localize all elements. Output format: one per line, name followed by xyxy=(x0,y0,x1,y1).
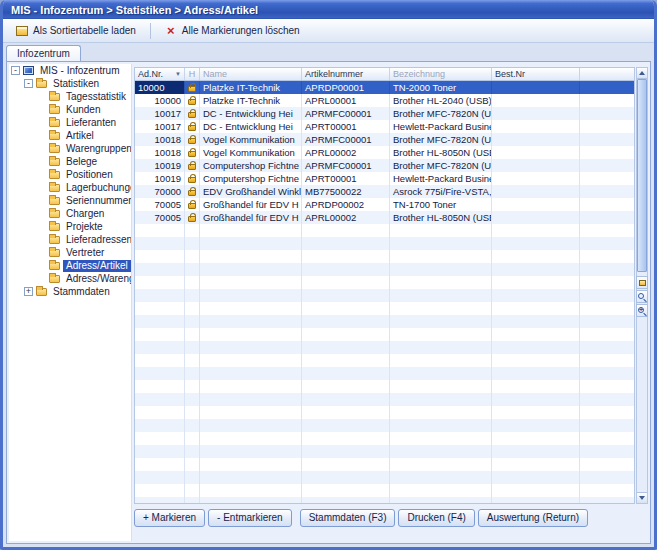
tree-item[interactable]: Lieferadressen xyxy=(9,233,131,246)
tree-item[interactable]: Lieferanten xyxy=(9,116,131,129)
column-header-name[interactable]: Name xyxy=(200,68,302,80)
auswertung-button[interactable]: Auswertung (Return) xyxy=(478,509,588,527)
cell-adnr: 10018 xyxy=(135,133,185,146)
folder-icon xyxy=(49,236,60,244)
lock-icon xyxy=(188,190,196,196)
grid-row[interactable]: 10018Vogel KommunikationAPRL00002Brother… xyxy=(135,146,634,159)
folder-icon xyxy=(49,132,60,140)
load-sort-table-button[interactable]: Als Sortiertabelle laden xyxy=(8,22,144,39)
cell-adnr: 10017 xyxy=(135,107,185,120)
grid-row[interactable]: 10019Computershop FichtneAPRT00001Hewlet… xyxy=(135,172,634,185)
tree-item[interactable]: -Statistiken xyxy=(9,77,131,90)
grid-row[interactable]: 70000EDV Großhandel WinklMB77500022Asroc… xyxy=(135,185,634,198)
clear-all-marks-button[interactable]: ×Alle Markierungen löschen xyxy=(157,22,308,39)
grid-row[interactable]: 70005Großhandel für EDV HAPRL00002Brothe… xyxy=(135,211,634,224)
cell-bezeichnung: Asrock 775i/Fire-VSTA, Intel 92 xyxy=(390,185,492,198)
cell-h xyxy=(185,81,200,94)
search-button[interactable] xyxy=(636,290,648,303)
stammdaten-button[interactable]: Stammdaten (F3) xyxy=(300,509,396,527)
grid-row[interactable]: 70005Großhandel für EDV HAPRDP00002TN-17… xyxy=(135,198,634,211)
cell-adnr: 10000 xyxy=(135,94,185,107)
column-header-art[interactable]: Artikelnummer xyxy=(302,68,390,80)
tree-item[interactable]: Seriennummern xyxy=(9,194,131,207)
tree-item[interactable]: Projekte xyxy=(9,220,131,233)
expand-icon[interactable]: + xyxy=(24,287,33,296)
column-header-filler xyxy=(580,68,634,80)
grid-row[interactable]: 10017DC - Entwicklung HeiAPRT00001Hewlet… xyxy=(135,120,634,133)
unmark-button[interactable]: - Entmarkieren xyxy=(208,509,292,527)
cell-name: Vogel Kommunikation xyxy=(200,146,302,159)
cell-name: DC - Entwicklung Hei xyxy=(200,120,302,133)
column-header-h[interactable]: H xyxy=(185,68,200,80)
cell-bestnr xyxy=(492,146,580,159)
folder-icon xyxy=(49,171,60,179)
grid-row-empty xyxy=(135,302,634,315)
arrow-up-icon xyxy=(639,71,645,75)
cell-bestnr xyxy=(492,185,580,198)
tree-item[interactable]: Adress/Artikel xyxy=(9,259,131,272)
cell-bezeichnung: Hewlett-Packard Business InkJe xyxy=(390,120,492,133)
folder-icon xyxy=(49,262,60,270)
grid-footer: + Markieren- EntmarkierenStammdaten (F3)… xyxy=(134,508,588,528)
tree-item[interactable]: Tagesstatistik xyxy=(9,90,131,103)
mark-button[interactable]: + Markieren xyxy=(134,509,205,527)
tab-infozentrum[interactable]: Infozentrum xyxy=(6,45,81,61)
quick-filter-button[interactable] xyxy=(636,276,648,289)
cell-name: Computershop Fichtne xyxy=(200,172,302,185)
tree-item[interactable]: Lagerbuchungen xyxy=(9,181,131,194)
grid-row-empty xyxy=(135,328,634,341)
cell-h xyxy=(185,94,200,107)
collapse-icon[interactable]: - xyxy=(24,79,33,88)
folder-icon xyxy=(49,158,60,166)
cell-bezeichnung: TN-2000 Toner xyxy=(390,81,492,94)
grid-row-empty xyxy=(135,497,634,504)
grid-row[interactable]: 10017DC - Entwicklung HeiAPRMFC00001Brot… xyxy=(135,107,634,120)
cell-bestnr xyxy=(492,159,580,172)
tree-item[interactable]: +Stammdaten xyxy=(9,285,131,298)
cell-name: Computershop Fichtne xyxy=(200,159,302,172)
collapse-icon[interactable]: - xyxy=(11,66,20,75)
drucken-button[interactable]: Drucken (F4) xyxy=(398,509,474,527)
lock-icon xyxy=(188,177,196,183)
tree-item[interactable]: Adress/Warengruppen xyxy=(9,272,131,285)
zoom-button[interactable] xyxy=(636,304,648,317)
tree-item[interactable]: Vertreter xyxy=(9,246,131,259)
app-icon xyxy=(23,66,34,75)
cell-artikelnummer: APRDP00002 xyxy=(302,198,390,211)
column-header-bez[interactable]: Bezeichnung xyxy=(390,68,492,80)
cell-artikelnummer: APRL00002 xyxy=(302,146,390,159)
column-header-best[interactable]: Best.Nr xyxy=(492,68,580,80)
grid-row[interactable]: 10019Computershop FichtneAPRMFC00001Brot… xyxy=(135,159,634,172)
cell-bestnr xyxy=(492,172,580,185)
folder-icon xyxy=(49,106,60,114)
cell-artikelnummer: APRDP00001 xyxy=(302,81,390,94)
grid-row-empty xyxy=(135,419,634,432)
scroll-down-button[interactable] xyxy=(637,492,647,503)
cell-bezeichnung: Brother MFC-7820N (USB/PAR/LAN) xyxy=(390,133,492,146)
red-x-icon: × xyxy=(165,26,177,36)
grid-row[interactable]: 10000Platzke IT-TechnikAPRL00001Brother … xyxy=(135,94,634,107)
tree-item[interactable]: Positionen xyxy=(9,168,131,181)
cell-bezeichnung: Brother MFC-7820N (USB/PAR/LAN) xyxy=(390,159,492,172)
grid-row[interactable]: 10000Platzke IT-TechnikAPRDP00001TN-2000… xyxy=(135,81,634,94)
lock-icon xyxy=(188,86,196,92)
grid-row-empty xyxy=(135,354,634,367)
cell-adnr: 70000 xyxy=(135,185,185,198)
cell-bezeichnung: Brother HL-8050N (USB/PAR/LAN) xyxy=(390,211,492,224)
lock-icon xyxy=(188,138,196,144)
tree-item[interactable]: Belege xyxy=(9,155,131,168)
grid-row-empty xyxy=(135,458,634,471)
grid-row-empty xyxy=(135,367,634,380)
tree-item[interactable]: Artikel xyxy=(9,129,131,142)
tree-item[interactable]: Warengruppen xyxy=(9,142,131,155)
toolbar-separator xyxy=(150,23,151,39)
column-header-adnr[interactable]: Ad.Nr.▼ xyxy=(135,68,185,80)
cell-h xyxy=(185,133,200,146)
tree-item[interactable]: -MIS - Infozentrum xyxy=(9,64,131,77)
tree-item[interactable]: Kunden xyxy=(9,103,131,116)
table-icon xyxy=(16,26,28,36)
scrollbar-thumb[interactable] xyxy=(637,79,647,272)
grid-row[interactable]: 10018Vogel KommunikationAPRMFC00001Broth… xyxy=(135,133,634,146)
tree-item[interactable]: Chargen xyxy=(9,207,131,220)
scroll-up-button[interactable] xyxy=(637,68,647,79)
